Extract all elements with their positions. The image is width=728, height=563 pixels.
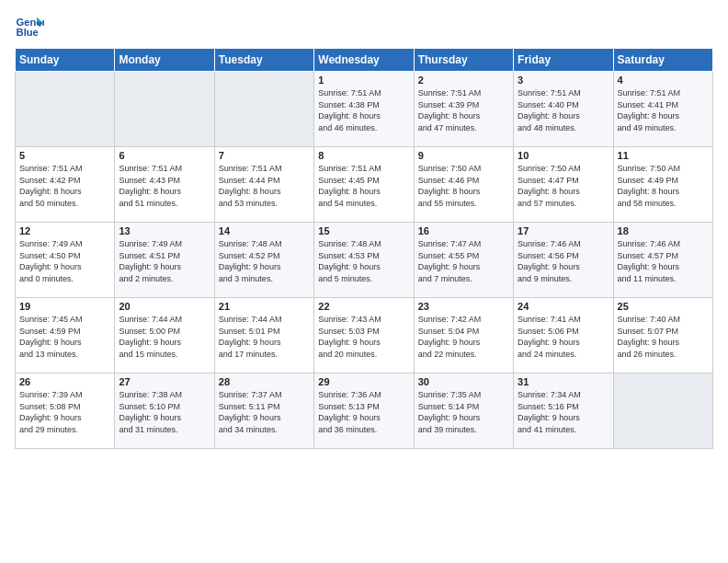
day-cell: 8Sunrise: 7:51 AM Sunset: 4:45 PM Daylig… bbox=[314, 147, 414, 223]
day-number: 7 bbox=[219, 150, 310, 161]
day-cell: 29Sunrise: 7:36 AM Sunset: 5:13 PM Dayli… bbox=[314, 373, 414, 449]
day-info: Sunrise: 7:42 AM Sunset: 5:04 PM Dayligh… bbox=[418, 314, 509, 360]
day-number: 4 bbox=[618, 75, 709, 86]
day-info: Sunrise: 7:46 AM Sunset: 4:57 PM Dayligh… bbox=[618, 238, 709, 284]
day-cell: 21Sunrise: 7:44 AM Sunset: 5:01 PM Dayli… bbox=[214, 298, 313, 373]
day-info: Sunrise: 7:49 AM Sunset: 4:50 PM Dayligh… bbox=[19, 238, 110, 284]
day-info: Sunrise: 7:51 AM Sunset: 4:42 PM Dayligh… bbox=[19, 163, 110, 209]
day-cell: 3Sunrise: 7:51 AM Sunset: 4:40 PM Daylig… bbox=[514, 72, 613, 147]
day-cell bbox=[115, 72, 214, 147]
day-info: Sunrise: 7:37 AM Sunset: 5:11 PM Dayligh… bbox=[219, 389, 310, 435]
day-info: Sunrise: 7:44 AM Sunset: 5:01 PM Dayligh… bbox=[219, 314, 310, 360]
day-cell: 6Sunrise: 7:51 AM Sunset: 4:43 PM Daylig… bbox=[115, 147, 214, 223]
calendar-page: General Blue SundayMondayTuesdayWednesda… bbox=[0, 0, 728, 456]
svg-text:Blue: Blue bbox=[17, 27, 39, 38]
day-cell: 11Sunrise: 7:50 AM Sunset: 4:49 PM Dayli… bbox=[613, 147, 712, 223]
week-row-5: 26Sunrise: 7:39 AM Sunset: 5:08 PM Dayli… bbox=[16, 373, 713, 449]
day-info: Sunrise: 7:47 AM Sunset: 4:55 PM Dayligh… bbox=[418, 238, 509, 284]
day-cell: 16Sunrise: 7:47 AM Sunset: 4:55 PM Dayli… bbox=[414, 223, 513, 298]
day-number: 23 bbox=[418, 301, 509, 312]
day-info: Sunrise: 7:36 AM Sunset: 5:13 PM Dayligh… bbox=[318, 389, 409, 435]
day-number: 9 bbox=[418, 150, 509, 161]
day-info: Sunrise: 7:50 AM Sunset: 4:49 PM Dayligh… bbox=[618, 163, 709, 209]
day-info: Sunrise: 7:51 AM Sunset: 4:45 PM Dayligh… bbox=[318, 163, 409, 209]
day-cell: 28Sunrise: 7:37 AM Sunset: 5:11 PM Dayli… bbox=[214, 373, 313, 449]
day-info: Sunrise: 7:40 AM Sunset: 5:07 PM Dayligh… bbox=[618, 314, 709, 360]
day-cell: 30Sunrise: 7:35 AM Sunset: 5:14 PM Dayli… bbox=[414, 373, 513, 449]
day-info: Sunrise: 7:51 AM Sunset: 4:39 PM Dayligh… bbox=[418, 87, 509, 133]
day-info: Sunrise: 7:50 AM Sunset: 4:46 PM Dayligh… bbox=[418, 163, 509, 209]
weekday-header-saturday: Saturday bbox=[613, 49, 712, 72]
day-number: 2 bbox=[418, 75, 509, 86]
day-number: 6 bbox=[119, 150, 210, 161]
day-number: 16 bbox=[418, 225, 509, 236]
day-info: Sunrise: 7:46 AM Sunset: 4:56 PM Dayligh… bbox=[518, 238, 609, 284]
day-cell: 4Sunrise: 7:51 AM Sunset: 4:41 PM Daylig… bbox=[613, 72, 712, 147]
day-number: 27 bbox=[119, 376, 210, 387]
day-cell: 27Sunrise: 7:38 AM Sunset: 5:10 PM Dayli… bbox=[115, 373, 214, 449]
day-cell bbox=[613, 373, 712, 449]
day-number: 15 bbox=[318, 225, 409, 236]
day-number: 20 bbox=[119, 301, 210, 312]
day-info: Sunrise: 7:44 AM Sunset: 5:00 PM Dayligh… bbox=[119, 314, 210, 360]
day-cell: 23Sunrise: 7:42 AM Sunset: 5:04 PM Dayli… bbox=[414, 298, 513, 373]
day-info: Sunrise: 7:39 AM Sunset: 5:08 PM Dayligh… bbox=[19, 389, 110, 435]
weekday-header-friday: Friday bbox=[514, 49, 613, 72]
day-cell: 9Sunrise: 7:50 AM Sunset: 4:46 PM Daylig… bbox=[414, 147, 513, 223]
day-number: 24 bbox=[518, 301, 609, 312]
day-number: 31 bbox=[518, 376, 609, 387]
day-cell: 13Sunrise: 7:49 AM Sunset: 4:51 PM Dayli… bbox=[115, 223, 214, 298]
day-number: 19 bbox=[19, 301, 110, 312]
day-number: 26 bbox=[19, 376, 110, 387]
day-number: 1 bbox=[318, 75, 409, 86]
day-info: Sunrise: 7:51 AM Sunset: 4:43 PM Dayligh… bbox=[119, 163, 210, 209]
day-cell: 20Sunrise: 7:44 AM Sunset: 5:00 PM Dayli… bbox=[115, 298, 214, 373]
day-cell: 19Sunrise: 7:45 AM Sunset: 4:59 PM Dayli… bbox=[16, 298, 115, 373]
day-number: 28 bbox=[219, 376, 310, 387]
day-cell: 18Sunrise: 7:46 AM Sunset: 4:57 PM Dayli… bbox=[613, 223, 712, 298]
day-info: Sunrise: 7:45 AM Sunset: 4:59 PM Dayligh… bbox=[19, 314, 110, 360]
weekday-header-tuesday: Tuesday bbox=[214, 49, 313, 72]
day-number: 8 bbox=[318, 150, 409, 161]
day-info: Sunrise: 7:34 AM Sunset: 5:16 PM Dayligh… bbox=[518, 389, 609, 435]
day-info: Sunrise: 7:48 AM Sunset: 4:53 PM Dayligh… bbox=[318, 238, 409, 284]
day-info: Sunrise: 7:38 AM Sunset: 5:10 PM Dayligh… bbox=[119, 389, 210, 435]
header: General Blue bbox=[15, 11, 713, 40]
week-row-2: 5Sunrise: 7:51 AM Sunset: 4:42 PM Daylig… bbox=[16, 147, 713, 223]
day-cell bbox=[214, 72, 313, 147]
day-info: Sunrise: 7:51 AM Sunset: 4:41 PM Dayligh… bbox=[618, 87, 709, 133]
day-number: 14 bbox=[219, 225, 310, 236]
day-cell bbox=[16, 72, 115, 147]
day-cell: 22Sunrise: 7:43 AM Sunset: 5:03 PM Dayli… bbox=[314, 298, 414, 373]
day-info: Sunrise: 7:48 AM Sunset: 4:52 PM Dayligh… bbox=[219, 238, 310, 284]
day-cell: 5Sunrise: 7:51 AM Sunset: 4:42 PM Daylig… bbox=[16, 147, 115, 223]
day-cell: 24Sunrise: 7:41 AM Sunset: 5:06 PM Dayli… bbox=[514, 298, 613, 373]
day-cell: 31Sunrise: 7:34 AM Sunset: 5:16 PM Dayli… bbox=[514, 373, 613, 449]
calendar-table: SundayMondayTuesdayWednesdayThursdayFrid… bbox=[15, 48, 713, 449]
day-cell: 1Sunrise: 7:51 AM Sunset: 4:38 PM Daylig… bbox=[314, 72, 414, 147]
day-cell: 26Sunrise: 7:39 AM Sunset: 5:08 PM Dayli… bbox=[16, 373, 115, 449]
week-row-1: 1Sunrise: 7:51 AM Sunset: 4:38 PM Daylig… bbox=[16, 72, 713, 147]
day-info: Sunrise: 7:51 AM Sunset: 4:38 PM Dayligh… bbox=[318, 87, 409, 133]
day-cell: 15Sunrise: 7:48 AM Sunset: 4:53 PM Dayli… bbox=[314, 223, 414, 298]
day-cell: 10Sunrise: 7:50 AM Sunset: 4:47 PM Dayli… bbox=[514, 147, 613, 223]
day-cell: 2Sunrise: 7:51 AM Sunset: 4:39 PM Daylig… bbox=[414, 72, 513, 147]
day-number: 25 bbox=[618, 301, 709, 312]
day-number: 12 bbox=[19, 225, 110, 236]
day-info: Sunrise: 7:51 AM Sunset: 4:44 PM Dayligh… bbox=[219, 163, 310, 209]
day-number: 17 bbox=[518, 225, 609, 236]
day-cell: 25Sunrise: 7:40 AM Sunset: 5:07 PM Dayli… bbox=[613, 298, 712, 373]
day-info: Sunrise: 7:41 AM Sunset: 5:06 PM Dayligh… bbox=[518, 314, 609, 360]
weekday-header-row: SundayMondayTuesdayWednesdayThursdayFrid… bbox=[16, 49, 713, 72]
logo: General Blue bbox=[15, 11, 44, 40]
weekday-header-monday: Monday bbox=[115, 49, 214, 72]
day-number: 3 bbox=[518, 75, 609, 86]
day-info: Sunrise: 7:50 AM Sunset: 4:47 PM Dayligh… bbox=[518, 163, 609, 209]
weekday-header-sunday: Sunday bbox=[16, 49, 115, 72]
weekday-header-wednesday: Wednesday bbox=[314, 49, 414, 72]
day-number: 18 bbox=[618, 225, 709, 236]
day-number: 21 bbox=[219, 301, 310, 312]
logo-icon: General Blue bbox=[15, 11, 44, 40]
day-number: 22 bbox=[318, 301, 409, 312]
day-cell: 17Sunrise: 7:46 AM Sunset: 4:56 PM Dayli… bbox=[514, 223, 613, 298]
